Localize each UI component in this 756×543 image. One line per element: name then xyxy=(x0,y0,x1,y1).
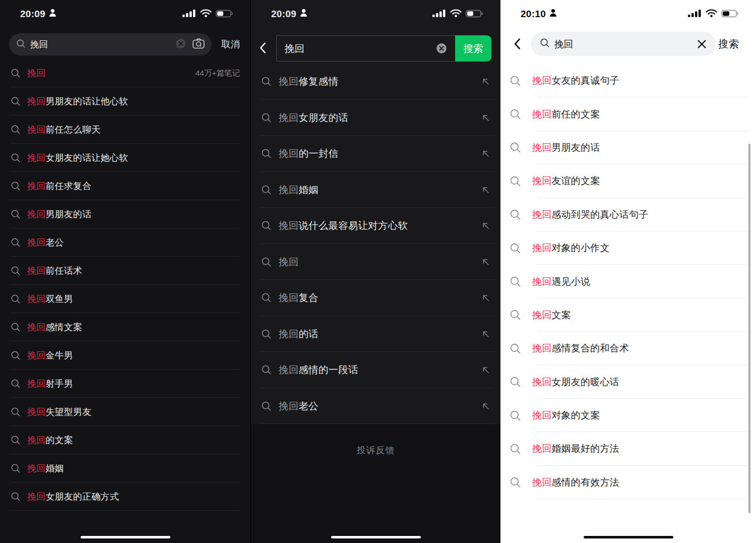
clear-icon[interactable] xyxy=(175,38,186,51)
suggestion-row[interactable]: 挽回女友的真诚句子 xyxy=(500,64,756,97)
highlighted-keyword: 挽回 xyxy=(532,209,551,220)
suggestion-row[interactable]: 挽回对象的小作文 xyxy=(500,231,756,265)
clear-icon[interactable] xyxy=(436,43,447,54)
insert-arrow-icon[interactable] xyxy=(481,257,490,267)
insert-arrow-icon[interactable] xyxy=(481,329,490,339)
highlighted-keyword: 挽回 xyxy=(27,294,45,304)
three-app-search-comparison: 20:09 挽回 取消 挽回44万+篇笔记挽回男朋友的话让他心软挽回前任怎么聊天… xyxy=(0,0,756,543)
search-input[interactable]: 挽回 xyxy=(9,33,212,55)
highlighted-keyword: 挽回 xyxy=(27,181,45,191)
suggestion-text: 挽回女友的真诚句子 xyxy=(532,74,619,87)
home-indicator[interactable] xyxy=(584,536,673,538)
insert-arrow-icon[interactable] xyxy=(481,293,490,303)
highlighted-keyword: 挽回 xyxy=(279,292,298,303)
suggestion-row[interactable]: 挽回感情的有效方法 xyxy=(500,466,756,499)
search-icon xyxy=(510,376,521,388)
suggestion-row[interactable]: 挽回前任话术 xyxy=(0,257,250,285)
highlighted-keyword: 挽回 xyxy=(27,237,45,248)
home-indicator[interactable] xyxy=(331,536,421,538)
suggestion-row[interactable]: 挽回感情的一段话 xyxy=(251,352,500,388)
highlighted-keyword: 挽回 xyxy=(27,266,45,276)
suggestion-row[interactable]: 挽回修复感情 xyxy=(251,64,500,100)
suggestion-text: 挽回双鱼男 xyxy=(27,293,73,305)
suggestion-row[interactable]: 挽回 xyxy=(251,244,500,280)
suggestion-row[interactable]: 挽回复合 xyxy=(251,280,500,316)
suggestion-row[interactable]: 挽回前任的文案 xyxy=(500,97,756,131)
suggestion-row[interactable]: 挽回前任怎么聊天 xyxy=(0,115,250,144)
highlighted-keyword: 挽回 xyxy=(279,148,298,159)
search-input[interactable]: 挽回 xyxy=(276,35,455,62)
image-search-camera-icon[interactable] xyxy=(193,38,205,51)
suggestion-row[interactable]: 挽回女朋友的话让她心软 xyxy=(0,144,250,172)
panel-middle: 20:09 挽回 搜索 挽回修复感情挽回女朋友的话挽回的一封信挽回婚姻挽回说什么… xyxy=(251,0,500,543)
suggestion-row[interactable]: 挽回婚姻 xyxy=(0,454,250,482)
suggestion-row[interactable]: 挽回金牛男 xyxy=(0,341,250,370)
suggestion-text: 挽回友谊的文案 xyxy=(532,174,600,188)
insert-arrow-icon[interactable] xyxy=(481,149,490,158)
insert-arrow-icon[interactable] xyxy=(481,401,490,411)
suggestion-row[interactable]: 挽回男朋友的话 xyxy=(0,200,250,228)
search-input[interactable]: 挽回 xyxy=(531,32,716,56)
suggestion-row[interactable]: 挽回遇见小说 xyxy=(500,265,756,298)
suggestion-row[interactable]: 挽回的话 xyxy=(251,316,500,352)
insert-arrow-icon[interactable] xyxy=(481,113,490,123)
suggestion-text: 挽回 xyxy=(27,67,45,79)
suggestion-row[interactable]: 挽回感情复合的和合术 xyxy=(500,332,756,365)
suggestion-row[interactable]: 挽回男朋友的话 xyxy=(500,131,756,164)
highlighted-keyword: 挽回 xyxy=(532,410,551,420)
suggestion-row[interactable]: 挽回前任求复合 xyxy=(0,172,250,200)
suggestion-text: 挽回前任的文案 xyxy=(532,108,600,121)
search-icon xyxy=(261,292,272,303)
battery-icon xyxy=(466,10,483,20)
suggestion-row[interactable]: 挽回的文案 xyxy=(0,426,250,454)
suggestion-row[interactable]: 挽回婚姻最好的方法 xyxy=(500,432,756,465)
suggestion-text: 挽回女朋友的话 xyxy=(279,111,348,125)
suggestion-row[interactable]: 挽回婚姻 xyxy=(251,172,500,208)
suggestion-row[interactable]: 挽回文案 xyxy=(500,298,756,332)
suggestion-row[interactable]: 挽回感动到哭的真心话句子 xyxy=(500,198,756,231)
suggestion-row[interactable]: 挽回44万+篇笔记 xyxy=(0,59,250,87)
suggestion-row[interactable]: 挽回老公 xyxy=(0,228,250,257)
feedback-link[interactable]: 投诉反馈 xyxy=(251,444,500,456)
insert-arrow-icon[interactable] xyxy=(481,77,490,86)
search-icon xyxy=(11,407,21,417)
suggestion-row[interactable]: 挽回双鱼男 xyxy=(0,285,250,313)
highlighted-keyword: 挽回 xyxy=(532,343,551,353)
insert-arrow-icon[interactable] xyxy=(481,221,490,230)
search-button[interactable]: 搜索 xyxy=(455,35,491,62)
search-icon xyxy=(261,329,272,339)
suggestion-text: 挽回的一封信 xyxy=(279,147,338,160)
suggestion-text: 挽回遇见小说 xyxy=(532,275,590,288)
search-icon xyxy=(11,266,21,276)
cancel-button[interactable]: 取消 xyxy=(221,33,240,55)
back-icon[interactable] xyxy=(259,41,266,56)
search-icon xyxy=(510,142,521,153)
suggestion-row[interactable]: 挽回的一封信 xyxy=(251,136,500,172)
suggestion-row[interactable]: 挽回男朋友的话让他心软 xyxy=(0,87,250,115)
search-button[interactable]: 搜索 xyxy=(718,32,739,56)
suggestion-row[interactable]: 挽回失望型男友 xyxy=(0,398,250,426)
suggestion-row[interactable]: 挽回说什么最容易让对方心软 xyxy=(251,208,500,244)
suggestion-row[interactable]: 挽回女朋友的正确方式 xyxy=(0,482,250,511)
panel-left: 20:09 挽回 取消 挽回44万+篇笔记挽回男朋友的话让他心软挽回前任怎么聊天… xyxy=(0,0,251,543)
scrollbar[interactable] xyxy=(748,144,750,513)
suggestion-row[interactable]: 挽回射手男 xyxy=(0,370,250,398)
suggestion-row[interactable]: 挽回友谊的文案 xyxy=(500,164,756,198)
suggestion-row[interactable]: 挽回女朋友的话 xyxy=(251,100,500,136)
home-indicator[interactable] xyxy=(81,536,170,538)
highlighted-keyword: 挽回 xyxy=(532,142,551,153)
back-icon[interactable] xyxy=(514,37,521,52)
battery-icon xyxy=(721,10,739,20)
suggestion-row[interactable]: 挽回女朋友的暖心话 xyxy=(500,366,756,399)
suggestion-row[interactable]: 挽回感情文案 xyxy=(0,313,250,341)
person-icon xyxy=(549,9,557,20)
suggestion-row[interactable]: 挽回老公 xyxy=(251,388,500,425)
insert-arrow-icon[interactable] xyxy=(481,365,490,375)
highlighted-keyword: 挽回 xyxy=(27,125,45,135)
clear-icon[interactable] xyxy=(697,39,707,49)
suggestion-text: 挽回男朋友的话 xyxy=(27,208,91,220)
insert-arrow-icon[interactable] xyxy=(481,185,490,195)
suggestion-text: 挽回对象的小作文 xyxy=(532,242,610,255)
suggestion-row[interactable]: 挽回对象的文案 xyxy=(500,399,756,432)
suggestion-text: 挽回婚姻 xyxy=(27,462,64,474)
